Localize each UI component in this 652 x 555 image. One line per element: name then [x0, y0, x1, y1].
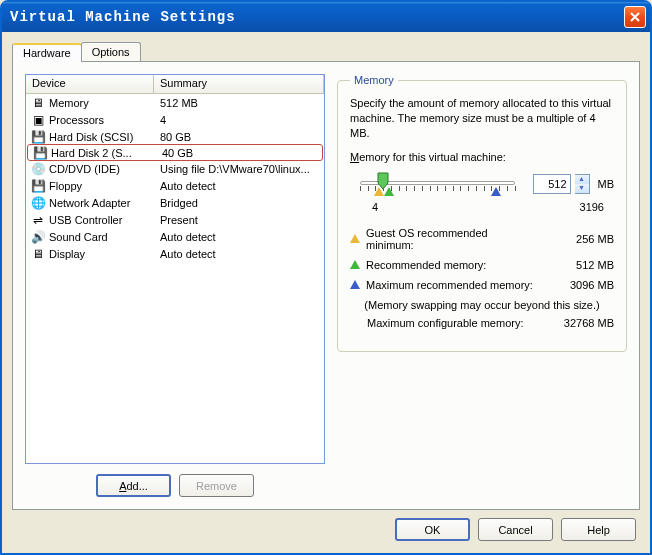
tab-options[interactable]: Options [81, 42, 141, 61]
device-row[interactable]: 🔊Sound CardAuto detect [26, 228, 324, 245]
device-name: CD/DVD (IDE) [49, 163, 154, 175]
memory-info-row: Guest OS recommended minimum:256 MB [350, 227, 614, 251]
device-icon: 🔊 [30, 229, 46, 245]
device-name: Hard Disk (SCSI) [49, 131, 154, 143]
info-label: Maximum recommended memory: [366, 279, 538, 291]
device-row[interactable]: 💾Hard Disk 2 (S...40 GB [27, 144, 323, 161]
max-rec-marker [491, 187, 501, 196]
memory-slider[interactable] [350, 169, 525, 199]
info-value: 3096 MB [544, 279, 614, 291]
memory-legend: Memory [350, 74, 398, 86]
device-row[interactable]: 🌐Network AdapterBridged [26, 194, 324, 211]
triangle-icon [350, 280, 360, 289]
device-icon: 🌐 [30, 195, 46, 211]
window-title: Virtual Machine Settings [10, 9, 624, 25]
memory-fieldset: Memory Specify the amount of memory allo… [337, 74, 627, 352]
device-summary: Present [154, 214, 324, 226]
remove-button: Remove [179, 474, 254, 497]
info-value: 512 MB [544, 259, 614, 271]
close-button[interactable] [624, 6, 646, 28]
device-name: Network Adapter [49, 197, 154, 209]
info-label: Guest OS recommended minimum: [366, 227, 538, 251]
device-icon: 🖥 [30, 95, 46, 111]
max-config-value: 32768 MB [544, 317, 614, 329]
memory-description: Specify the amount of memory allocated t… [350, 96, 614, 141]
device-summary: Bridged [154, 197, 324, 209]
max-config-label: Maximum configurable memory: [367, 317, 538, 329]
ok-button[interactable]: OK [395, 518, 470, 541]
memory-value-input[interactable] [533, 174, 571, 194]
device-icon: 💾 [30, 129, 46, 145]
device-summary: Using file D:\VMware70\linux... [154, 163, 324, 175]
device-name: Sound Card [49, 231, 154, 243]
info-value: 256 MB [544, 233, 614, 245]
memory-info-row: Recommended memory:512 MB [350, 259, 614, 271]
device-summary: Auto detect [154, 248, 324, 260]
device-row[interactable]: ⇌USB ControllerPresent [26, 211, 324, 228]
memory-footnote: (Memory swapping may occur beyond this s… [350, 299, 614, 311]
slider-thumb[interactable] [377, 172, 389, 190]
device-name: USB Controller [49, 214, 154, 226]
device-row[interactable]: 🖥Memory512 MB [26, 94, 324, 111]
device-row[interactable]: 💿CD/DVD (IDE)Using file D:\VMware70\linu… [26, 160, 324, 177]
device-summary: 4 [154, 114, 324, 126]
column-header-summary[interactable]: Summary [154, 75, 324, 93]
cancel-button[interactable]: Cancel [478, 518, 553, 541]
device-row[interactable]: 🖥DisplayAuto detect [26, 245, 324, 262]
device-list[interactable]: Device Summary 🖥Memory512 MB▣Processors4… [25, 74, 325, 464]
device-name: Memory [49, 97, 154, 109]
tab-hardware[interactable]: Hardware [12, 43, 82, 62]
triangle-icon [350, 260, 360, 269]
device-summary: 512 MB [154, 97, 324, 109]
device-summary: 80 GB [154, 131, 324, 143]
device-name: Floppy [49, 180, 154, 192]
slider-min-label: 4 [372, 201, 378, 213]
add-button[interactable]: Add... [96, 474, 171, 497]
info-label: Recommended memory: [366, 259, 538, 271]
device-row[interactable]: 💾FloppyAuto detect [26, 177, 324, 194]
device-name: Hard Disk 2 (S... [51, 147, 156, 159]
device-name: Display [49, 248, 154, 260]
device-icon: 💾 [30, 178, 46, 194]
memory-field-label: Memory for this virtual machine: [350, 151, 614, 163]
device-summary: Auto detect [154, 231, 324, 243]
column-header-device[interactable]: Device [26, 75, 154, 93]
slider-max-label: 3196 [580, 201, 604, 213]
memory-unit: MB [598, 178, 615, 190]
memory-info-row: Maximum recommended memory:3096 MB [350, 279, 614, 291]
device-icon: ▣ [30, 112, 46, 128]
device-summary: 40 GB [156, 147, 322, 159]
spin-up[interactable]: ▲ [575, 175, 589, 184]
device-icon: 💿 [30, 161, 46, 177]
help-button[interactable]: Help [561, 518, 636, 541]
triangle-icon [350, 234, 360, 243]
device-row[interactable]: 💾Hard Disk (SCSI)80 GB [26, 128, 324, 145]
device-icon: 💾 [32, 145, 48, 161]
device-summary: Auto detect [154, 180, 324, 192]
device-icon: 🖥 [30, 246, 46, 262]
device-row[interactable]: ▣Processors4 [26, 111, 324, 128]
device-icon: ⇌ [30, 212, 46, 228]
device-name: Processors [49, 114, 154, 126]
spin-down[interactable]: ▼ [575, 184, 589, 193]
